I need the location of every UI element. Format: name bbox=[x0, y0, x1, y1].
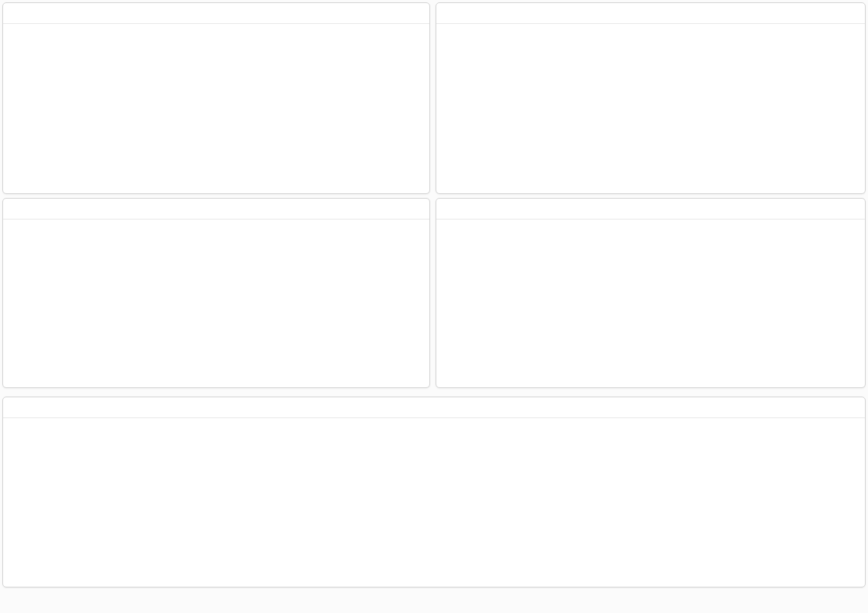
panel-segments bbox=[436, 2, 866, 194]
panel-title-territories bbox=[436, 199, 865, 220]
panel-development bbox=[2, 2, 430, 194]
panel-models bbox=[2, 397, 866, 587]
panel-brands bbox=[2, 198, 430, 388]
models-chart bbox=[3, 397, 865, 587]
segments-chart bbox=[436, 3, 865, 193]
brands-chart bbox=[3, 199, 429, 387]
panel-territories bbox=[436, 198, 866, 388]
panel-title-development bbox=[3, 3, 429, 24]
